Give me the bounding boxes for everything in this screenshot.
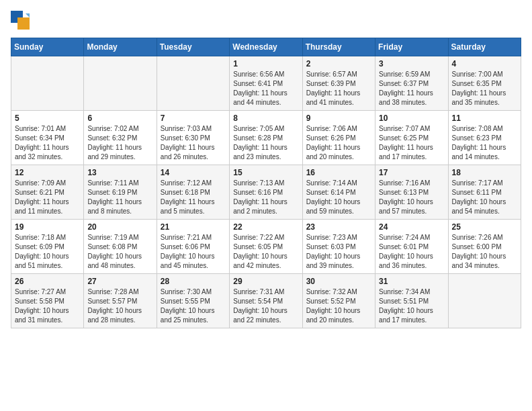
day-number: 4 [452, 59, 517, 68]
week-row-5: 26Sunrise: 7:27 AM Sunset: 5:58 PM Dayli… [11, 274, 521, 328]
day-info: Sunrise: 7:01 AM Sunset: 6:34 PM Dayligh… [15, 124, 80, 162]
calendar-cell: 12Sunrise: 7:09 AM Sunset: 6:21 PM Dayli… [11, 165, 84, 220]
day-info: Sunrise: 7:23 AM Sunset: 6:03 PM Dayligh… [306, 233, 371, 271]
calendar-cell: 29Sunrise: 7:31 AM Sunset: 5:54 PM Dayli… [230, 274, 302, 328]
weekday-header-tuesday: Tuesday [157, 38, 229, 56]
day-number: 13 [87, 168, 152, 177]
calendar-cell: 10Sunrise: 7:07 AM Sunset: 6:25 PM Dayli… [375, 111, 448, 165]
day-info: Sunrise: 6:59 AM Sunset: 6:37 PM Dayligh… [379, 70, 444, 107]
calendar-cell: 6Sunrise: 7:02 AM Sunset: 6:32 PM Daylig… [84, 111, 157, 165]
calendar-cell: 24Sunrise: 7:24 AM Sunset: 6:01 PM Dayli… [375, 220, 448, 274]
calendar-cell: 23Sunrise: 7:23 AM Sunset: 6:03 PM Dayli… [302, 220, 375, 274]
svg-rect-1 [17, 17, 30, 30]
weekday-header-thursday: Thursday [302, 38, 375, 56]
day-info: Sunrise: 7:03 AM Sunset: 6:30 PM Dayligh… [161, 124, 226, 162]
calendar-cell: 1Sunrise: 6:56 AM Sunset: 6:41 PM Daylig… [230, 56, 302, 111]
day-info: Sunrise: 7:13 AM Sunset: 6:16 PM Dayligh… [233, 179, 298, 216]
weekday-header-sunday: Sunday [11, 38, 84, 56]
day-number: 9 [306, 113, 371, 123]
day-number: 15 [233, 168, 298, 177]
calendar-cell: 4Sunrise: 7:00 AM Sunset: 6:35 PM Daylig… [448, 56, 521, 111]
day-number: 14 [161, 168, 226, 177]
day-info: Sunrise: 7:12 AM Sunset: 6:18 PM Dayligh… [161, 179, 226, 216]
day-info: Sunrise: 7:24 AM Sunset: 6:01 PM Dayligh… [379, 233, 444, 271]
day-number: 25 [452, 222, 517, 232]
day-number: 7 [161, 113, 226, 123]
calendar-cell [448, 274, 521, 328]
day-info: Sunrise: 7:31 AM Sunset: 5:54 PM Dayligh… [233, 287, 298, 325]
day-info: Sunrise: 7:26 AM Sunset: 6:00 PM Dayligh… [452, 233, 517, 271]
day-number: 31 [379, 277, 444, 286]
calendar-cell [11, 56, 84, 111]
day-number: 19 [15, 222, 80, 232]
weekday-header-wednesday: Wednesday [230, 38, 302, 56]
day-info: Sunrise: 6:57 AM Sunset: 6:39 PM Dayligh… [306, 70, 371, 107]
day-info: Sunrise: 7:09 AM Sunset: 6:21 PM Dayligh… [15, 179, 80, 216]
day-info: Sunrise: 7:18 AM Sunset: 6:09 PM Dayligh… [15, 233, 80, 271]
day-number: 23 [306, 222, 371, 232]
day-info: Sunrise: 7:34 AM Sunset: 5:51 PM Dayligh… [379, 287, 444, 325]
day-number: 8 [233, 113, 298, 123]
day-info: Sunrise: 7:28 AM Sunset: 5:57 PM Dayligh… [87, 287, 152, 325]
week-row-3: 12Sunrise: 7:09 AM Sunset: 6:21 PM Dayli… [11, 165, 521, 220]
day-number: 3 [379, 59, 444, 68]
calendar-cell: 21Sunrise: 7:21 AM Sunset: 6:06 PM Dayli… [157, 220, 229, 274]
day-info: Sunrise: 7:06 AM Sunset: 6:26 PM Dayligh… [306, 124, 371, 162]
calendar-cell: 5Sunrise: 7:01 AM Sunset: 6:34 PM Daylig… [11, 111, 84, 165]
day-number: 27 [87, 277, 152, 286]
calendar-cell: 31Sunrise: 7:34 AM Sunset: 5:51 PM Dayli… [375, 274, 448, 328]
calendar-cell [84, 56, 157, 111]
day-number: 16 [306, 168, 371, 177]
weekday-header-saturday: Saturday [448, 38, 521, 56]
calendar-cell: 7Sunrise: 7:03 AM Sunset: 6:30 PM Daylig… [157, 111, 229, 165]
day-info: Sunrise: 7:27 AM Sunset: 5:58 PM Dayligh… [15, 287, 80, 325]
day-info: Sunrise: 7:19 AM Sunset: 6:08 PM Dayligh… [87, 233, 152, 271]
day-number: 12 [15, 168, 80, 177]
day-number: 20 [87, 222, 152, 232]
day-number: 28 [161, 277, 226, 286]
day-info: Sunrise: 7:08 AM Sunset: 6:23 PM Dayligh… [452, 124, 517, 162]
calendar-cell: 25Sunrise: 7:26 AM Sunset: 6:00 PM Dayli… [448, 220, 521, 274]
day-number: 22 [233, 222, 298, 232]
weekday-header-friday: Friday [375, 38, 448, 56]
day-number: 6 [87, 113, 152, 123]
day-info: Sunrise: 7:32 AM Sunset: 5:52 PM Dayligh… [306, 287, 371, 325]
day-info: Sunrise: 7:30 AM Sunset: 5:55 PM Dayligh… [161, 287, 226, 325]
week-row-4: 19Sunrise: 7:18 AM Sunset: 6:09 PM Dayli… [11, 220, 521, 274]
day-number: 18 [452, 168, 517, 177]
day-info: Sunrise: 7:11 AM Sunset: 6:19 PM Dayligh… [87, 179, 152, 216]
day-number: 1 [233, 59, 298, 68]
day-info: Sunrise: 7:21 AM Sunset: 6:06 PM Dayligh… [161, 233, 226, 271]
calendar-cell: 26Sunrise: 7:27 AM Sunset: 5:58 PM Dayli… [11, 274, 84, 328]
calendar-table: SundayMondayTuesdayWednesdayThursdayFrid… [11, 38, 521, 328]
weekday-header-monday: Monday [84, 38, 157, 56]
day-info: Sunrise: 7:05 AM Sunset: 6:28 PM Dayligh… [233, 124, 298, 162]
week-row-1: 1Sunrise: 6:56 AM Sunset: 6:41 PM Daylig… [11, 56, 521, 111]
day-info: Sunrise: 6:56 AM Sunset: 6:41 PM Dayligh… [233, 70, 298, 107]
calendar-cell: 11Sunrise: 7:08 AM Sunset: 6:23 PM Dayli… [448, 111, 521, 165]
day-number: 29 [233, 277, 298, 286]
week-row-2: 5Sunrise: 7:01 AM Sunset: 6:34 PM Daylig… [11, 111, 521, 165]
day-number: 24 [379, 222, 444, 232]
calendar-cell: 17Sunrise: 7:16 AM Sunset: 6:13 PM Dayli… [375, 165, 448, 220]
calendar-cell: 16Sunrise: 7:14 AM Sunset: 6:14 PM Dayli… [302, 165, 375, 220]
calendar-cell [157, 56, 229, 111]
day-number: 26 [15, 277, 80, 286]
day-number: 11 [452, 113, 517, 123]
day-number: 30 [306, 277, 371, 286]
calendar-cell: 18Sunrise: 7:17 AM Sunset: 6:11 PM Dayli… [448, 165, 521, 220]
day-number: 17 [379, 168, 444, 177]
calendar-cell: 20Sunrise: 7:19 AM Sunset: 6:08 PM Dayli… [84, 220, 157, 274]
day-number: 21 [161, 222, 226, 232]
logo [11, 11, 32, 30]
weekday-header-row: SundayMondayTuesdayWednesdayThursdayFrid… [11, 38, 521, 56]
day-info: Sunrise: 7:14 AM Sunset: 6:14 PM Dayligh… [306, 179, 371, 216]
day-info: Sunrise: 7:07 AM Sunset: 6:25 PM Dayligh… [379, 124, 444, 162]
day-info: Sunrise: 7:00 AM Sunset: 6:35 PM Dayligh… [452, 70, 517, 107]
day-info: Sunrise: 7:16 AM Sunset: 6:13 PM Dayligh… [379, 179, 444, 216]
calendar-cell: 22Sunrise: 7:22 AM Sunset: 6:05 PM Dayli… [230, 220, 302, 274]
logo-icon [11, 11, 30, 30]
calendar-cell: 28Sunrise: 7:30 AM Sunset: 5:55 PM Dayli… [157, 274, 229, 328]
day-info: Sunrise: 7:17 AM Sunset: 6:11 PM Dayligh… [452, 179, 517, 216]
calendar-cell: 9Sunrise: 7:06 AM Sunset: 6:26 PM Daylig… [302, 111, 375, 165]
